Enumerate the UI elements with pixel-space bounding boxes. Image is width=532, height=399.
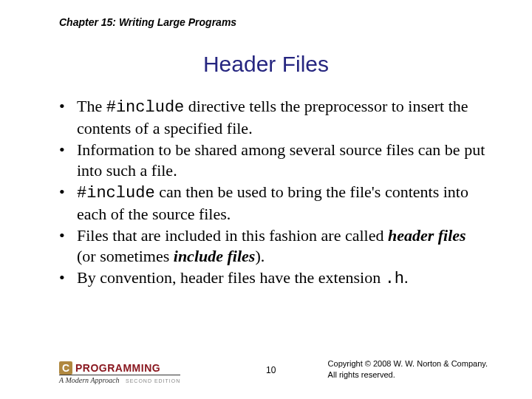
bullet-item: •Files that are included in this fashion…	[59, 225, 488, 266]
footer: C PROGRAMMING A Modern Approach SECOND E…	[59, 355, 488, 384]
bullet-item: •By convention, header files have the ex…	[59, 267, 488, 290]
page-number: 10	[266, 365, 276, 375]
bullet-text: By convention, header files have the ext…	[77, 267, 488, 290]
copyright: Copyright © 2008 W. W. Norton & Company.…	[328, 358, 488, 380]
bullet-item: •#include can then be used to bring the …	[59, 182, 488, 224]
bullet-marker: •	[59, 225, 77, 246]
copyright-line-1: Copyright © 2008 W. W. Norton & Company.	[328, 358, 488, 369]
bullet-list: •The #include directive tells the prepro…	[59, 96, 488, 291]
bullet-text: Information to be shared among several s…	[77, 140, 488, 180]
logo-word: PROGRAMMING	[75, 362, 160, 374]
logo-subtitle: A Modern Approach SECOND EDITION	[59, 375, 180, 384]
bullet-text: #include can then be used to bring the f…	[77, 182, 488, 224]
copyright-line-2: All rights reserved.	[328, 369, 488, 380]
bullet-text: Files that are included in this fashion …	[77, 225, 488, 266]
bullet-marker: •	[59, 182, 77, 202]
c-badge-icon: C	[59, 361, 72, 375]
book-logo: C PROGRAMMING A Modern Approach SECOND E…	[59, 361, 180, 384]
bullet-marker: •	[59, 140, 77, 160]
bullet-item: •The #include directive tells the prepro…	[59, 96, 488, 138]
bullet-marker: •	[59, 267, 77, 288]
chapter-heading: Chapter 15: Writing Large Programs	[59, 16, 236, 28]
logo-edition: SECOND EDITION	[126, 378, 180, 383]
bullet-marker: •	[59, 96, 77, 117]
bullet-item: •Information to be shared among several …	[59, 140, 488, 180]
bullet-text: The #include directive tells the preproc…	[77, 96, 488, 138]
slide-title: Header Files	[0, 52, 532, 77]
